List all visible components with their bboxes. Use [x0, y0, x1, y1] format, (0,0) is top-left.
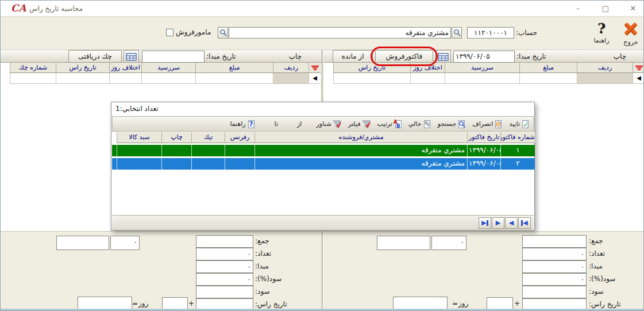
start-date-field-left[interactable]: [142, 51, 205, 63]
clear-icon: ✎: [423, 120, 431, 129]
grid-empty-row[interactable]: ◀: [333, 73, 644, 84]
origin-field[interactable]: ۰: [522, 260, 587, 273]
calendar-button-right[interactable]: [435, 50, 451, 63]
start-date-label-right: تاريخ مبدا:: [516, 52, 546, 60]
grid-empty-row[interactable]: ◀: [10, 73, 321, 84]
filter-button[interactable]: فيلتر: [348, 120, 371, 129]
dialog-help-button[interactable]: ? راهنما: [230, 120, 255, 129]
profit-pct-label: سود(%):: [255, 275, 281, 283]
help-label: راهنما: [588, 37, 615, 44]
received-check-button[interactable]: چك دريافتى: [68, 50, 122, 63]
exit-button[interactable]: خروج: [619, 21, 643, 46]
profit-pct-field[interactable]: ۰: [522, 273, 587, 286]
grid-cell: [56, 73, 109, 84]
plus-sign: +: [514, 300, 520, 308]
print-button-right[interactable]: چاپ: [603, 52, 637, 60]
minimize-button[interactable]: –: [568, 1, 588, 16]
column-header[interactable]: شماره چك: [10, 63, 56, 73]
column-header[interactable]: اختلاف روز: [109, 63, 141, 73]
result-date-field: [78, 297, 132, 310]
exit-label: خروج: [619, 39, 643, 46]
confirm-icon: ✓: [521, 120, 530, 129]
column-header[interactable]: مبلغ: [519, 63, 577, 73]
profit-pct-label: سود(%):: [589, 275, 615, 283]
filter-button[interactable]: [308, 63, 321, 73]
row-selector-icon: ◀: [633, 73, 644, 84]
selected-count-label: تعداد انتخابي:1: [115, 105, 159, 113]
customer-cell: مشتري متفرقه: [254, 158, 467, 170]
column-header[interactable]: شماره فاكتور: [500, 132, 535, 143]
invoice-date-cell: ۱۳۹۹/۰۶/۰۵: [467, 158, 500, 170]
agent-search-button[interactable]: [218, 27, 228, 39]
nav-prev-button[interactable]: ◀: [505, 217, 518, 229]
grid-cell: [577, 73, 633, 84]
reference-cell: [225, 145, 254, 156]
window-bottom-border: [1, 309, 643, 311]
search-button[interactable]: جستجو: [438, 120, 466, 129]
exit-icon: [623, 21, 638, 36]
profit-pct-field[interactable]: ۰: [196, 273, 253, 286]
day-count-field[interactable]: [487, 297, 513, 310]
nav-first-button[interactable]: ◀: [518, 217, 531, 229]
tick-cell: [191, 145, 225, 156]
grid-cell: [10, 73, 56, 84]
search-icon: [219, 29, 227, 37]
account-field[interactable]: ۱۱۲۰۱۰۰۰۱: [467, 27, 514, 39]
calendar-button-left[interactable]: [124, 50, 139, 63]
invoice-row-selected[interactable]: ۱ ۱۳۹۹/۰۶/۰۵ مشتري متفرقه: [112, 145, 535, 156]
float-filter-button[interactable]: شناور: [316, 120, 342, 129]
profit-field: [196, 286, 253, 298]
confirm-button[interactable]: ✓ تاييد: [509, 120, 530, 129]
funnel-icon: [362, 120, 371, 129]
start-date-label-left: تاريخ مبدا:: [206, 52, 236, 60]
column-header[interactable]: تاريخ فاكتور: [467, 132, 500, 143]
basket-cell: [117, 158, 161, 170]
print-cell: [161, 158, 191, 170]
cancel-button[interactable]: ⊘ انصراف: [472, 120, 503, 129]
column-header[interactable]: سررسيد: [141, 63, 195, 73]
close-button[interactable]: ✕: [623, 1, 643, 16]
column-header[interactable]: رديف: [577, 63, 633, 73]
customer-field[interactable]: مشتري متفرقه: [229, 27, 451, 39]
column-header[interactable]: مشتري/فروشنده: [254, 132, 467, 143]
start-date-field-right[interactable]: ۱۳۹۹/۰۶/۰۵: [453, 51, 515, 63]
column-header[interactable]: سبد كالا: [117, 132, 161, 143]
from-balance-button[interactable]: از مانده: [333, 50, 373, 63]
search-icon: [457, 120, 466, 129]
maximize-button[interactable]: □: [596, 1, 615, 16]
to-button[interactable]: تا: [275, 120, 278, 128]
column-header[interactable]: رديف: [273, 63, 308, 73]
origin-field[interactable]: ۰: [196, 260, 253, 273]
profit-field: [522, 286, 587, 298]
column-header[interactable]: رفرنس: [225, 132, 254, 143]
sum-extra-field: [56, 236, 109, 250]
customer-search-button[interactable]: [452, 27, 462, 39]
ras-date-label: تاريخ راس:: [255, 300, 287, 308]
invoice-list: شماره فاكتور تاريخ فاكتور مشتري/فروشنده …: [112, 132, 535, 170]
print-cell: [161, 145, 191, 156]
equals-sign: =: [452, 300, 458, 308]
sales-agent-checkbox[interactable]: [166, 29, 173, 36]
check-grid: رديف مبلغ سررسيد اختلاف روز تاريخ راس شم…: [10, 63, 321, 84]
sum-extra-count-field: ۰: [110, 236, 140, 250]
print-button-left[interactable]: چاپ: [281, 52, 310, 60]
sort-button[interactable]: AB ترتيب: [377, 120, 402, 129]
filter-button[interactable]: [633, 63, 644, 73]
nav-next-button[interactable]: ▶: [492, 217, 504, 229]
from-button[interactable]: از: [297, 120, 302, 128]
column-header[interactable]: تيك: [191, 132, 225, 143]
search-icon: [453, 29, 461, 37]
nav-last-button[interactable]: ▶: [479, 217, 491, 229]
invoice-row[interactable]: ۲ ۱۳۹۹/۰۶/۰۵ مشتري متفرقه: [112, 158, 535, 170]
grid-cell: [109, 73, 141, 84]
column-header[interactable]: سررسيد: [445, 63, 519, 73]
origin-label: مبدا:: [589, 262, 603, 270]
column-header[interactable]: مبلغ: [195, 63, 273, 73]
help-button[interactable]: ? راهنما: [588, 21, 615, 44]
day-count-field[interactable]: [162, 297, 188, 310]
grid-cell: [519, 73, 577, 84]
clear-button[interactable]: ✎ خالي: [408, 120, 431, 129]
help-icon: ?: [247, 120, 256, 129]
column-header[interactable]: چاپ: [161, 132, 191, 143]
column-header[interactable]: تاريخ راس: [56, 63, 109, 73]
